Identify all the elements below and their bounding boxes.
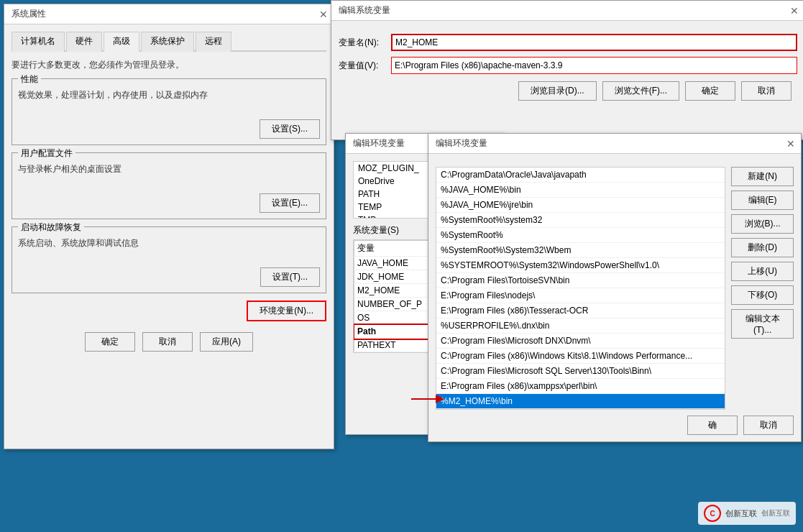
path-item-12[interactable]: C:\Program Files (x86)\Windows Kits\8.1\… — [436, 349, 725, 364]
tab-hardware[interactable]: 硬件 — [66, 32, 102, 52]
edit-envvar-bottom-btns: 确 取消 — [436, 416, 794, 435]
tab-remote[interactable]: 远程 — [196, 32, 231, 52]
path-item-7[interactable]: C:\Program Files\TortoiseSVN\bin — [436, 273, 725, 288]
edit-sysvar-close-btn[interactable]: ✕ — [789, 5, 800, 17]
edit-sysvar-titlebar: 编辑系统变量 ✕ — [331, 1, 803, 21]
path-item-0[interactable]: C:\ProgramData\Oracle\Java\javapath — [436, 168, 725, 183]
watermark-text: 创新互联 — [725, 508, 757, 519]
path-item-11[interactable]: C:\Program Files\Microsoft DNX\Dnvm\ — [436, 334, 725, 349]
sys-props-body: 计算机名 硬件 高级 系统保护 远程 要进行大多数更改，您必须作为管理员登录。 … — [4, 24, 334, 359]
sys-props-bottom-btns: 确定 取消 应用(A) — [12, 332, 326, 352]
path-item-13[interactable]: C:\Program Files\Microsoft SQL Server\13… — [436, 364, 725, 379]
edit-envvar-ok-btn[interactable]: 确 — [687, 416, 738, 435]
performance-desc: 视觉效果，处理器计划，内存使用，以及虚拟内存 — [18, 85, 320, 114]
path-item-14[interactable]: E:\Program Files (x86)\xamppsx\perl\bin\ — [436, 379, 725, 394]
path-item-3[interactable]: %SystemRoot%\system32 — [436, 213, 725, 228]
edit-sysvar-body: 变量名(N): 变量值(V): 浏览目录(D)... 浏览文件(F)... 确定… — [331, 21, 803, 108]
edit-envvar-cancel-btn[interactable]: 取消 — [743, 416, 794, 435]
path-item-6[interactable]: %SYSTEMROOT%\System32\WindowsPowerShell\… — [436, 258, 725, 273]
path-item-4[interactable]: %SystemRoot% — [436, 228, 725, 243]
sys-props-title: 系统属性 — [12, 8, 46, 20]
watermark: C 创新互联 创新互联 — [698, 502, 796, 525]
edit-sysvar-title: 编辑系统变量 — [339, 4, 390, 17]
edit-path-btn[interactable]: 编辑(E) — [731, 191, 794, 210]
edit-sysvar-window: 编辑系统变量 ✕ 变量名(N): 变量值(V): 浏览目录(D)... 浏览文件… — [331, 0, 803, 140]
delete-path-btn[interactable]: 删除(D) — [731, 238, 794, 257]
tab-bar: 计算机名 硬件 高级 系统保护 远程 — [12, 32, 326, 52]
edit-envvar-titlebar: 编辑环境变量 ✕ — [428, 134, 801, 154]
userprofile-desc: 与登录帐户相关的桌面设置 — [18, 159, 320, 188]
performance-btn-row: 设置(S)... — [18, 119, 320, 139]
startup-settings-btn[interactable]: 设置(T)... — [260, 267, 320, 287]
tab-advanced[interactable]: 高级 — [104, 32, 139, 52]
path-item-15[interactable]: %M2_HOME%\bin — [436, 394, 725, 409]
tab-computername[interactable]: 计算机名 — [12, 32, 65, 52]
sys-props-ok-btn[interactable]: 确定 — [85, 332, 135, 352]
performance-label: 性能 — [18, 73, 41, 86]
path-item-2[interactable]: %JAVA_HOME%\jre\bin — [436, 198, 725, 213]
info-text: 要进行大多数更改，您必须作为管理员登录。 — [12, 59, 326, 71]
new-path-btn[interactable]: 新建(N) — [731, 167, 794, 186]
sys-props-close-btn[interactable]: ✕ — [318, 9, 329, 20]
varvalue-input[interactable] — [391, 57, 797, 74]
edit-envvar-body: C:\ProgramData\Oracle\Java\javapath %JAV… — [428, 154, 801, 442]
startup-label: 启动和故障恢复 — [18, 221, 84, 234]
move-down-btn[interactable]: 下移(O) — [731, 285, 794, 305]
edit-envvar-window: 编辑环境变量 ✕ C:\ProgramData\Oracle\Java\java… — [428, 133, 802, 442]
varname-input[interactable] — [391, 34, 797, 51]
env-content-area: C:\ProgramData\Oracle\Java\javapath %JAV… — [436, 167, 794, 410]
browse-file-btn[interactable]: 浏览文件(F)... — [602, 81, 679, 101]
sys-props-apply-btn[interactable]: 应用(A) — [200, 332, 253, 352]
userprofile-section: 用户配置文件 与登录帐户相关的桌面设置 设置(E)... — [12, 152, 326, 219]
startup-desc: 系统启动、系统故障和调试信息 — [18, 233, 320, 262]
edit-env-btns: 新建(N) 编辑(E) 浏览(B)... 删除(D) 上移(U) 下移(O) 编… — [731, 167, 794, 410]
move-up-btn[interactable]: 上移(U) — [731, 262, 794, 281]
edit-sysvar-ok-btn[interactable]: 确定 — [685, 81, 735, 101]
userprofile-btn-row: 设置(E)... — [18, 193, 320, 213]
userprofile-settings-btn[interactable]: 设置(E)... — [260, 193, 320, 213]
browse-dir-btn[interactable]: 浏览目录(D)... — [518, 81, 597, 101]
path-item-10[interactable]: %USERPROFILE%\.dnx\bin — [436, 318, 725, 334]
varname-label: 变量名(N): — [339, 37, 385, 49]
browse-path-btn[interactable]: 浏览(B)... — [731, 214, 794, 234]
path-item-9[interactable]: E:\Program Files (x86)\Tesseract-OCR — [436, 303, 725, 318]
system-properties-window: 系统属性 ✕ 计算机名 硬件 高级 系统保护 远程 要进行大多数更改，您必须作为… — [4, 4, 334, 449]
path-item-8[interactable]: E:\Program Files\nodejs\ — [436, 288, 725, 303]
path-item-1[interactable]: %JAVA_HOME%\bin — [436, 183, 725, 198]
tab-sysprotect[interactable]: 系统保护 — [141, 32, 194, 52]
edit-sysvar-cancel-btn[interactable]: 取消 — [741, 81, 791, 101]
performance-settings-btn[interactable]: 设置(S)... — [260, 119, 320, 139]
env-variables-btn[interactable]: 环境变量(N)... — [247, 301, 326, 321]
edit-envvar-title: 编辑环境变量 — [436, 137, 487, 150]
userprofile-label: 用户配置文件 — [18, 147, 75, 160]
edit-text-btn[interactable]: 编辑文本(T)... — [731, 309, 794, 339]
varvalue-label: 变量值(V): — [339, 60, 385, 72]
path-item-5[interactable]: %SystemRoot%\System32\Wbem — [436, 243, 725, 258]
startup-btn-row: 设置(T)... — [18, 267, 320, 287]
env-path-list[interactable]: C:\ProgramData\Oracle\Java\javapath %JAV… — [436, 167, 725, 410]
varvalue-row: 变量值(V): — [339, 57, 797, 74]
startup-section: 启动和故障恢复 系统启动、系统故障和调试信息 设置(T)... — [12, 226, 326, 293]
watermark-logo: C — [704, 505, 721, 522]
edit-envvar-close-btn[interactable]: ✕ — [785, 138, 797, 150]
watermark-domain: 创新互联 — [761, 508, 790, 518]
performance-section: 性能 视觉效果，处理器计划，内存使用，以及虚拟内存 设置(S)... — [12, 78, 326, 145]
varname-row: 变量名(N): — [339, 34, 797, 51]
edit-sysvar-btns: 浏览目录(D)... 浏览文件(F)... 确定 取消 — [339, 81, 797, 101]
sys-props-cancel-btn[interactable]: 取消 — [142, 332, 193, 352]
sys-props-titlebar: 系统属性 ✕ — [4, 4, 334, 24]
env-vars-title: 编辑环境变量 — [353, 137, 405, 150]
